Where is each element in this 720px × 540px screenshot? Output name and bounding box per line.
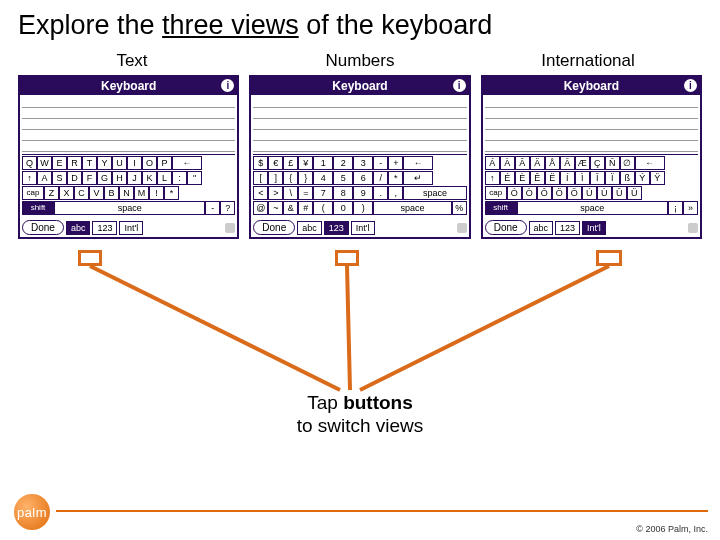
key[interactable]: O	[142, 156, 157, 170]
key[interactable]: È	[515, 171, 530, 185]
tab-123[interactable]: 123	[555, 221, 580, 235]
tab-abc[interactable]: abc	[297, 221, 322, 235]
shift-arrow-key[interactable]: ↑	[485, 171, 500, 185]
tab-abc[interactable]: abc	[529, 221, 554, 235]
key[interactable]: Z	[44, 186, 59, 200]
key[interactable]: L	[157, 171, 172, 185]
key[interactable]: Æ	[575, 156, 590, 170]
key[interactable]: J	[127, 171, 142, 185]
key[interactable]: Ý	[635, 171, 650, 185]
space-key[interactable]: space	[403, 186, 466, 200]
key[interactable]: Ù	[597, 186, 612, 200]
text-area[interactable]	[485, 97, 698, 155]
key[interactable]: Q	[22, 156, 37, 170]
done-button[interactable]: Done	[253, 220, 295, 235]
cap-key[interactable]: cap	[22, 186, 44, 200]
key[interactable]: H	[112, 171, 127, 185]
key[interactable]: ß	[620, 171, 635, 185]
key[interactable]: R	[67, 156, 82, 170]
space-key[interactable]: space	[54, 201, 205, 215]
key[interactable]: »	[683, 201, 698, 215]
key[interactable]: À	[500, 156, 515, 170]
key[interactable]: 8	[333, 186, 353, 200]
key[interactable]: Í	[560, 171, 575, 185]
key[interactable]: 4	[313, 171, 333, 185]
info-icon[interactable]: i	[221, 79, 234, 92]
key[interactable]: Ó	[507, 186, 522, 200]
key[interactable]: U	[112, 156, 127, 170]
key[interactable]: :	[172, 171, 187, 185]
key[interactable]: \	[283, 186, 298, 200]
key[interactable]: -	[205, 201, 220, 215]
key[interactable]: 1	[313, 156, 333, 170]
key[interactable]: K	[142, 171, 157, 185]
key[interactable]: "	[187, 171, 202, 185]
key[interactable]: #	[298, 201, 313, 215]
key[interactable]: (	[313, 201, 333, 215]
key[interactable]: Ü	[627, 186, 642, 200]
space-key[interactable]: space	[373, 201, 451, 215]
key[interactable]: I	[127, 156, 142, 170]
graffiti-icon[interactable]	[688, 223, 698, 233]
key[interactable]: Ï	[605, 171, 620, 185]
key[interactable]: ~	[268, 201, 283, 215]
key[interactable]: $	[253, 156, 268, 170]
key[interactable]: Ö	[552, 186, 567, 200]
key[interactable]: S	[52, 171, 67, 185]
key[interactable]: ¡	[668, 201, 683, 215]
key[interactable]: C	[74, 186, 89, 200]
key[interactable]: Ô	[537, 186, 552, 200]
tab-intl[interactable]: Int'l	[119, 221, 143, 235]
tab-123[interactable]: 123	[92, 221, 117, 235]
key[interactable]: Ú	[582, 186, 597, 200]
tab-intl[interactable]: Int'l	[351, 221, 375, 235]
cap-key[interactable]: cap	[485, 186, 507, 200]
info-icon[interactable]: i	[453, 79, 466, 92]
key[interactable]: +	[388, 156, 403, 170]
shift-key[interactable]: shift	[22, 201, 54, 215]
text-area[interactable]	[22, 97, 235, 155]
key[interactable]: Û	[612, 186, 627, 200]
key[interactable]: Ê	[530, 171, 545, 185]
key[interactable]: B	[104, 186, 119, 200]
key[interactable]: Á	[485, 156, 500, 170]
key[interactable]: T	[82, 156, 97, 170]
key[interactable]: Ÿ	[650, 171, 665, 185]
key[interactable]: &	[283, 201, 298, 215]
shift-arrow-key[interactable]: ↑	[22, 171, 37, 185]
key[interactable]: /	[373, 171, 388, 185]
key[interactable]: [	[253, 171, 268, 185]
key[interactable]: -	[373, 156, 388, 170]
backspace-key[interactable]: ←	[172, 156, 202, 170]
key[interactable]: Y	[97, 156, 112, 170]
backspace-key[interactable]: ←	[635, 156, 665, 170]
key[interactable]: ]	[268, 171, 283, 185]
key[interactable]: 6	[353, 171, 373, 185]
backspace-key[interactable]: ←	[403, 156, 433, 170]
tab-intl[interactable]: Int'l	[582, 221, 606, 235]
key[interactable]: X	[59, 186, 74, 200]
key[interactable]: !	[149, 186, 164, 200]
key[interactable]: 5	[333, 171, 353, 185]
key[interactable]: Î	[590, 171, 605, 185]
done-button[interactable]: Done	[22, 220, 64, 235]
key[interactable]: *	[388, 171, 403, 185]
key[interactable]: Ã	[560, 156, 575, 170]
key[interactable]: Å	[545, 156, 560, 170]
done-button[interactable]: Done	[485, 220, 527, 235]
key[interactable]: P	[157, 156, 172, 170]
key[interactable]: 0	[333, 201, 353, 215]
key[interactable]: *	[164, 186, 179, 200]
key[interactable]: ∅	[620, 156, 635, 170]
key[interactable]: N	[119, 186, 134, 200]
key[interactable]: %	[452, 201, 467, 215]
key[interactable]: É	[500, 171, 515, 185]
key[interactable]: ?	[220, 201, 235, 215]
key[interactable]: @	[253, 201, 268, 215]
key[interactable]: 7	[313, 186, 333, 200]
key[interactable]: .	[373, 186, 388, 200]
graffiti-icon[interactable]	[225, 223, 235, 233]
text-area[interactable]	[253, 97, 466, 155]
key[interactable]: Ç	[590, 156, 605, 170]
key[interactable]: <	[253, 186, 268, 200]
